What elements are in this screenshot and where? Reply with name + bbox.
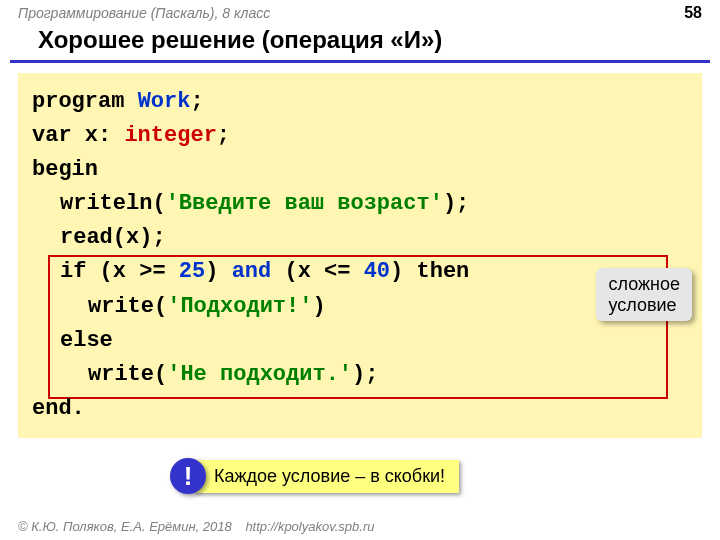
note-bar: ! Каждое условие – в скобки! [170, 458, 459, 494]
code-line: if (x >= 25) and (x <= 40) then [32, 255, 688, 289]
code-line: begin [32, 153, 688, 187]
code-line: write('Не подходит.'); [32, 358, 688, 392]
course-label: Программирование (Паскаль), 8 класс [18, 5, 270, 21]
callout-line: условие [608, 295, 680, 316]
code-line: end. [32, 392, 688, 426]
page-number: 58 [684, 4, 702, 22]
code-line: program Work; [32, 85, 688, 119]
slide-header: Программирование (Паскаль), 8 класс 58 [0, 0, 720, 24]
exclamation-icon: ! [170, 458, 206, 494]
code-line: var x: integer; [32, 119, 688, 153]
footer-url: http://kpolyakov.spb.ru [245, 519, 374, 534]
code-block: program Work; var x: integer; begin writ… [18, 73, 702, 438]
callout-box: сложное условие [596, 268, 692, 321]
code-line: read(x); [32, 221, 688, 255]
callout-line: сложное [608, 274, 680, 295]
note-text: Каждое условие – в скобки! [194, 460, 459, 493]
slide-footer: © К.Ю. Поляков, Е.А. Ерёмин, 2018 http:/… [18, 519, 374, 534]
slide-title: Хорошее решение (операция «И») [10, 24, 710, 63]
code-line: writeln('Введите ваш возраст'); [32, 187, 688, 221]
code-line: else [32, 324, 688, 358]
code-line: write('Подходит!') [32, 290, 688, 324]
copyright: © К.Ю. Поляков, Е.А. Ерёмин, 2018 [18, 519, 232, 534]
